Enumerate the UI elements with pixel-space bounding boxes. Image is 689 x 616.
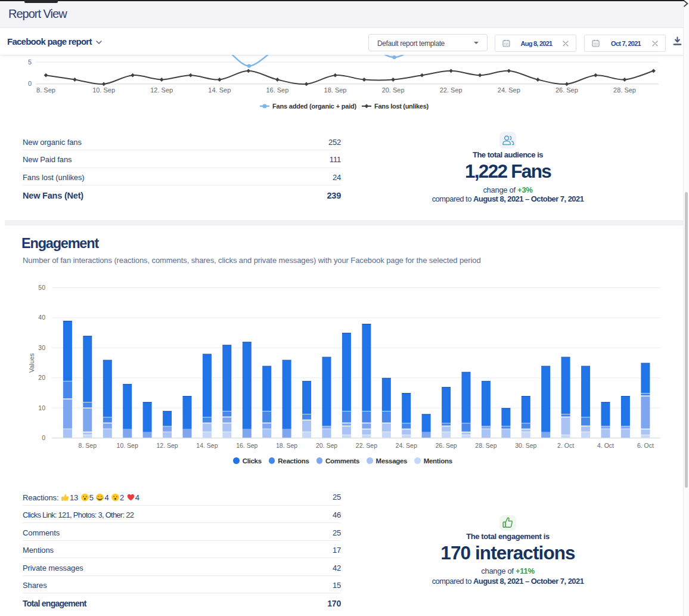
svg-text:18. Sep: 18. Sep bbox=[276, 442, 297, 449]
svg-text:26. Sep: 26. Sep bbox=[435, 442, 457, 449]
svg-text:8. Sep: 8. Sep bbox=[79, 442, 97, 449]
svg-text:24. Sep: 24. Sep bbox=[498, 86, 520, 94]
svg-text:30. Sep: 30. Sep bbox=[515, 442, 536, 449]
svg-text:14. Sep: 14. Sep bbox=[208, 86, 231, 94]
svg-text:20: 20 bbox=[38, 374, 45, 381]
svg-text:4. Oct: 4. Oct bbox=[597, 442, 614, 449]
svg-text:8. Sep: 8. Sep bbox=[36, 86, 55, 94]
svg-text:12. Sep: 12. Sep bbox=[156, 442, 178, 449]
svg-text:0: 0 bbox=[28, 80, 32, 87]
svg-text:30: 30 bbox=[38, 344, 45, 351]
svg-text:18. Sep: 18. Sep bbox=[324, 86, 347, 94]
svg-text:28. Sep: 28. Sep bbox=[475, 442, 496, 449]
svg-text:10. Sep: 10. Sep bbox=[92, 86, 115, 94]
svg-text:22. Sep: 22. Sep bbox=[440, 86, 463, 94]
svg-text:Fans added (organic + paid): Fans added (organic + paid) bbox=[272, 103, 357, 110]
svg-text:50: 50 bbox=[38, 284, 45, 291]
svg-text:22. Sep: 22. Sep bbox=[356, 442, 377, 449]
svg-text:20. Sep: 20. Sep bbox=[316, 442, 337, 449]
svg-text:40: 40 bbox=[38, 314, 45, 321]
svg-text:Values: Values bbox=[28, 353, 35, 373]
svg-text:16. Sep: 16. Sep bbox=[266, 86, 288, 94]
svg-text:2. Oct: 2. Oct bbox=[557, 442, 574, 449]
svg-text:24. Sep: 24. Sep bbox=[396, 442, 417, 449]
svg-text:26. Sep: 26. Sep bbox=[555, 86, 578, 94]
svg-text:16. Sep: 16. Sep bbox=[236, 442, 257, 449]
svg-text:14. Sep: 14. Sep bbox=[196, 442, 218, 449]
svg-text:20. Sep: 20. Sep bbox=[382, 86, 405, 94]
svg-text:12. Sep: 12. Sep bbox=[150, 86, 173, 94]
svg-text:6. Oct: 6. Oct bbox=[637, 442, 654, 449]
svg-text:10. Sep: 10. Sep bbox=[117, 442, 138, 449]
svg-text:5: 5 bbox=[28, 58, 32, 66]
svg-text:28. Sep: 28. Sep bbox=[613, 86, 636, 94]
svg-text:10: 10 bbox=[38, 404, 45, 411]
svg-text:Fans lost (unlikes): Fans lost (unlikes) bbox=[374, 103, 429, 110]
svg-text:0: 0 bbox=[42, 434, 45, 441]
